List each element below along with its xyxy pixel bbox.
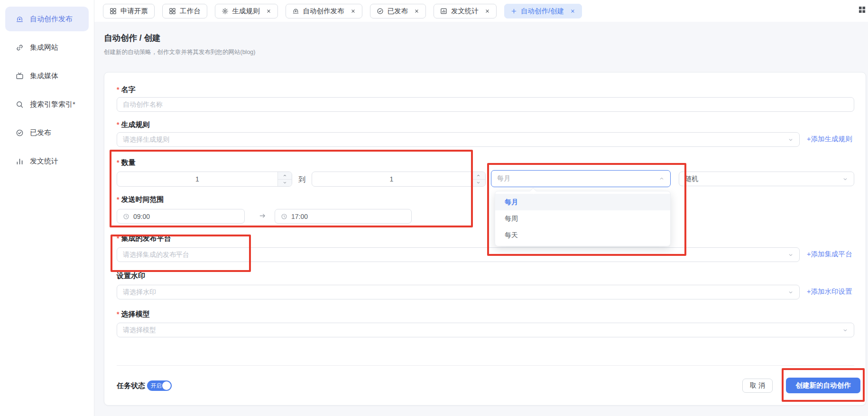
toggle-knob [162,381,171,390]
sidebar-item-search-index[interactable]: 搜索引擎索引* [5,92,89,117]
plus-icon [511,8,517,14]
tv-icon [16,72,24,80]
name-placeholder: 自动创作名称 [123,100,163,109]
name-input[interactable]: 自动创作名称 [117,97,854,112]
sidebar-item-published[interactable]: 已发布 [5,120,89,145]
gear-icon [222,8,229,15]
tab-label: 已发布 [388,7,408,16]
tab-label: 申请开票 [120,7,148,16]
task-status-toggle[interactable]: 开启 [147,380,172,391]
name-label: * 名字 [117,86,135,93]
sidebar-item-label: 集成媒体 [30,72,58,81]
chart-box-icon [440,8,447,15]
close-icon[interactable] [485,9,490,14]
toggle-on-text: 开启 [151,382,162,389]
apps-grid-icon[interactable] [859,6,866,15]
required-mark: * [117,86,119,93]
watermark-select[interactable]: 请选择水印 [117,285,800,299]
stepper-down-button[interactable] [471,179,485,187]
rule-placeholder: 请选择生成规则 [123,136,169,144]
sidebar-item-label: 搜索引擎索引* [30,100,75,109]
random-value: 随机 [685,175,698,183]
close-icon[interactable] [414,9,419,14]
annotation-rect-quantity-time [110,150,473,227]
rule-select[interactable]: 请选择生成规则 [117,132,800,147]
sidebar-item-label: 已发布 [30,128,51,137]
tab-published[interactable]: 已发布 [370,4,426,18]
required-mark: * [117,310,119,318]
check-circle-icon [16,129,24,137]
tab-apply-invoice[interactable]: 申请开票 [103,4,155,18]
sidebar-item-auto-create-publish[interactable]: 自动创作发布 [5,7,89,31]
random-select[interactable]: 随机 [679,172,854,186]
sidebar: 自动创作发布 集成网站 集成媒体 搜索引擎索引* 已发布 发文统计 [0,0,94,416]
add-platform-link[interactable]: +添加集成平台 [807,250,852,259]
bar-chart-icon [16,157,24,165]
sidebar-item-integrated-websites[interactable]: 集成网站 [5,35,89,60]
tab-label: 自动创作/创建 [521,7,564,16]
appstore-icon [110,8,117,15]
watermark-placeholder: 请选择水印 [123,288,156,297]
footer-divider [117,365,854,366]
tab-bar: 申请开票 工作台 生成规则 自动创作发布 已发布 发文统计 自动创作 [94,0,868,22]
tab-workbench[interactable]: 工作台 [162,4,207,18]
sidebar-item-label: 集成网站 [30,43,58,52]
chevron-down-icon [788,137,794,143]
page-title: 自动创作 / 创建 [104,32,161,44]
close-icon[interactable] [351,9,356,14]
tab-label: 生成规则 [232,7,260,16]
link-icon [16,44,24,52]
megaphone-icon [16,15,24,23]
tab-post-stats[interactable]: 发文统计 [434,4,497,18]
stepper-controls [471,172,485,186]
chevron-down-icon [842,327,848,333]
stepper-up-button[interactable] [471,172,485,179]
watermark-label: 设置水印 [117,272,145,280]
model-select[interactable]: 请选择模型 [117,323,854,337]
megaphone-icon [292,8,299,15]
chevron-down-icon [842,176,848,182]
close-icon[interactable] [570,9,575,14]
sidebar-item-integrated-media[interactable]: 集成媒体 [5,63,89,88]
task-status-label: 任务状态 [117,381,145,390]
appstore-icon [169,8,176,15]
cancel-button[interactable]: 取 消 [742,379,773,393]
model-label: * 选择模型 [117,310,149,318]
annotation-rect-submit [782,368,865,402]
close-icon[interactable] [266,9,271,14]
check-circle-icon [377,8,384,15]
page-subtitle: 创建新的自动策略，创作文章并将其发布到您的网站(blog) [104,48,255,56]
model-placeholder: 请选择模型 [123,326,156,335]
add-watermark-link[interactable]: +添加水印设置 [807,287,852,296]
tab-label: 工作台 [180,7,201,16]
tab-label: 自动创作发布 [303,7,344,16]
rule-label: * 生成规则 [117,121,149,128]
app-window: 自动创作发布 集成网站 集成媒体 搜索引擎索引* 已发布 发文统计 申请开票 [0,0,868,416]
add-rule-link[interactable]: +添加生成规则 [807,135,852,144]
tab-auto-create-publish[interactable]: 自动创作发布 [286,4,362,18]
tab-auto-create-new[interactable]: 自动创作/创建 [504,4,582,18]
search-icon [16,100,24,109]
chevron-down-icon [788,289,794,295]
tab-generation-rules[interactable]: 生成规则 [215,4,278,18]
required-mark: * [117,121,119,128]
chevron-down-icon [788,252,794,258]
tab-label: 发文统计 [451,7,479,16]
annotation-rect-platform [111,235,251,272]
sidebar-item-label: 自动创作发布 [30,15,73,24]
sidebar-item-label: 发文统计 [30,157,58,166]
annotation-rect-frequency-dropdown [487,163,686,256]
sidebar-item-post-stats[interactable]: 发文统计 [5,149,89,173]
